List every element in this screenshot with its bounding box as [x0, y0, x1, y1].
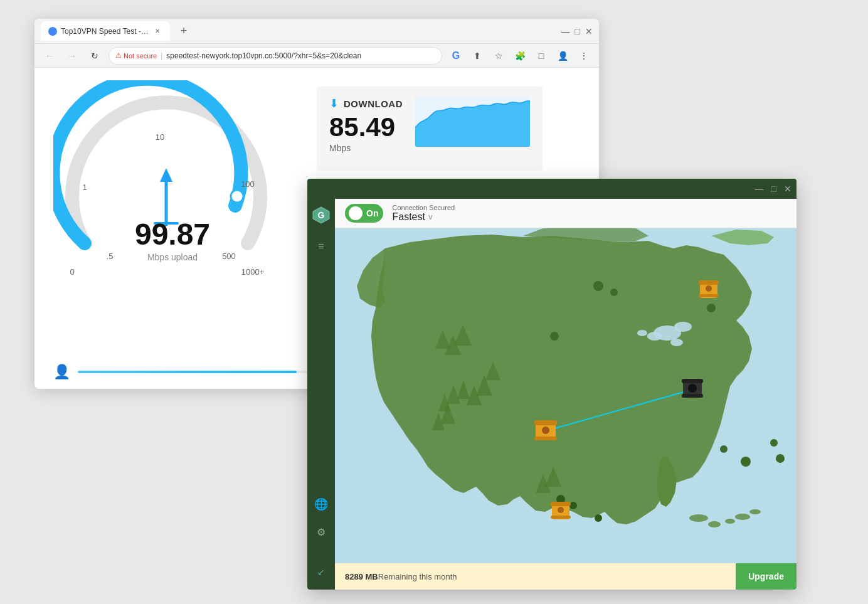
svg-rect-64	[551, 516, 571, 519]
svg-point-16	[674, 322, 692, 332]
browser-tab-area: Top10VPN Speed Test - using Op ✕ +	[41, 21, 193, 41]
vpn-main: On Connection Secured Fastest ∨	[335, 199, 797, 590]
sidebar-collapse-button[interactable]: ↙	[310, 561, 332, 583]
globe-icon: 🌐	[314, 497, 328, 511]
data-remaining: 8289 MB Remaining this month	[335, 563, 736, 590]
sidebar-menu-button[interactable]: ≡	[310, 235, 332, 258]
settings-icon: ⚙	[317, 526, 326, 538]
vpn-connection-status: Connection Secured	[392, 204, 455, 211]
download-label: DOWNLOAD	[344, 98, 403, 109]
download-panel: ⬇ DOWNLOAD 85.49 Mbps	[317, 87, 542, 171]
location-dropdown-icon[interactable]: ∨	[428, 213, 433, 221]
svg-point-65	[558, 507, 564, 513]
google-button[interactable]: G	[447, 47, 465, 65]
svg-point-41	[550, 332, 559, 341]
tab-close-button[interactable]: ✕	[152, 26, 162, 36]
toggle-circle	[349, 206, 363, 220]
sidebar-settings-button[interactable]: ⚙	[310, 521, 332, 543]
tablet-mode-button[interactable]: □	[532, 47, 550, 65]
upload-speed-value: 99.87	[135, 220, 210, 250]
bookmark-button[interactable]: ☆	[490, 47, 507, 65]
new-tab-button[interactable]: +	[175, 23, 193, 40]
browser-minimize[interactable]: —	[561, 26, 570, 36]
svg-point-17	[670, 339, 683, 346]
svg-point-40	[707, 304, 716, 312]
address-text: speedtest-newyork.top10vpn.co:5000/?xhr=…	[166, 51, 361, 60]
svg-point-23	[735, 514, 750, 520]
download-header: ⬇ DOWNLOAD	[329, 97, 403, 110]
vpn-location: Fastest ∨	[392, 211, 455, 223]
svg-marker-2	[160, 168, 172, 182]
extension-button[interactable]: 🧩	[511, 47, 529, 65]
svg-point-43	[741, 457, 751, 467]
forward-button[interactable]: →	[63, 47, 81, 65]
svg-text:10: 10	[156, 132, 164, 142]
browser-close[interactable]: ✕	[585, 26, 593, 36]
browser-tab[interactable]: Top10VPN Speed Test - using Op ✕	[41, 21, 170, 41]
svg-text:G: G	[318, 210, 325, 220]
svg-point-20	[689, 514, 708, 522]
warning-icon: ⚠	[115, 51, 122, 60]
svg-text:.5: .5	[107, 252, 114, 261]
back-button[interactable]: ←	[41, 47, 58, 65]
map-svg	[335, 228, 797, 563]
svg-text:1: 1	[82, 183, 87, 192]
download-arrow-icon: ⬇	[329, 97, 339, 110]
download-speed-unit: Mbps	[329, 143, 403, 153]
upgrade-button[interactable]: Upgrade	[736, 563, 797, 590]
svg-rect-52	[534, 437, 557, 440]
svg-rect-60	[699, 294, 719, 297]
address-bar[interactable]: ⚠ Not secure | speedtest-newyork.top10vp…	[109, 47, 442, 65]
svg-point-61	[706, 285, 712, 292]
svg-text:1000+: 1000+	[241, 267, 265, 277]
menu-icon: ≡	[318, 241, 324, 252]
svg-point-4	[231, 190, 243, 203]
download-speed-value: 85.49	[329, 113, 403, 142]
svg-rect-55	[682, 379, 703, 383]
speedometer: 10 1 100 .5 500 0 1000+ 99.87 Mbps uploa…	[53, 80, 292, 294]
svg-rect-56	[682, 394, 703, 398]
svg-rect-59	[699, 280, 719, 285]
toggle-label: On	[366, 208, 378, 218]
vpn-close[interactable]: ✕	[784, 184, 791, 194]
share-button[interactable]: ⬆	[468, 47, 486, 65]
svg-point-42	[720, 445, 728, 453]
sidebar-globe-button[interactable]: 🌐	[310, 493, 332, 516]
svg-text:100: 100	[241, 179, 255, 189]
vpn-map	[335, 228, 797, 563]
vpn-body: G ≡ 🌐 ⚙ ↙	[307, 199, 797, 590]
vpn-window: — □ ✕ G ≡ 🌐 ⚙	[307, 179, 797, 590]
svg-point-44	[770, 439, 778, 447]
reload-button[interactable]: ↻	[86, 47, 103, 65]
svg-point-24	[749, 509, 761, 514]
account-button[interactable]: 👤	[554, 47, 571, 65]
security-warning: ⚠ Not secure	[115, 51, 157, 60]
collapse-icon: ↙	[317, 567, 325, 577]
progress-fill	[78, 371, 297, 373]
svg-point-22	[725, 519, 735, 524]
browser-maximize[interactable]: □	[575, 26, 580, 36]
download-chart-svg	[415, 97, 530, 147]
svg-rect-63	[551, 502, 571, 506]
svg-point-19	[637, 330, 647, 336]
vpn-maximize[interactable]: □	[771, 184, 776, 194]
vpn-window-controls: — □ ✕	[755, 184, 791, 194]
svg-point-38	[593, 281, 603, 291]
svg-point-45	[776, 454, 785, 463]
vpn-minimize[interactable]: —	[755, 184, 764, 194]
browser-action-buttons: G ⬆ ☆ 🧩 □ 👤 ⋮	[447, 47, 593, 65]
more-button[interactable]: ⋮	[575, 47, 593, 65]
svg-point-18	[647, 332, 662, 341]
vpn-toggle[interactable]: On	[345, 204, 383, 223]
svg-point-53	[542, 427, 549, 434]
vpn-header: On Connection Secured Fastest ∨	[335, 199, 797, 228]
vpn-sidebar: G ≡ 🌐 ⚙ ↙	[307, 199, 335, 590]
svg-point-47	[569, 502, 577, 509]
browser-toolbar: ← → ↻ ⚠ Not secure | speedtest-newyork.t…	[34, 44, 599, 68]
tab-favicon	[48, 27, 57, 36]
svg-point-21	[708, 521, 721, 527]
address-separator: |	[161, 51, 162, 60]
vpn-logo: G	[311, 205, 331, 225]
browser-window-controls: — □ ✕	[561, 26, 593, 36]
upload-speed-unit: Mbps upload	[135, 252, 210, 262]
